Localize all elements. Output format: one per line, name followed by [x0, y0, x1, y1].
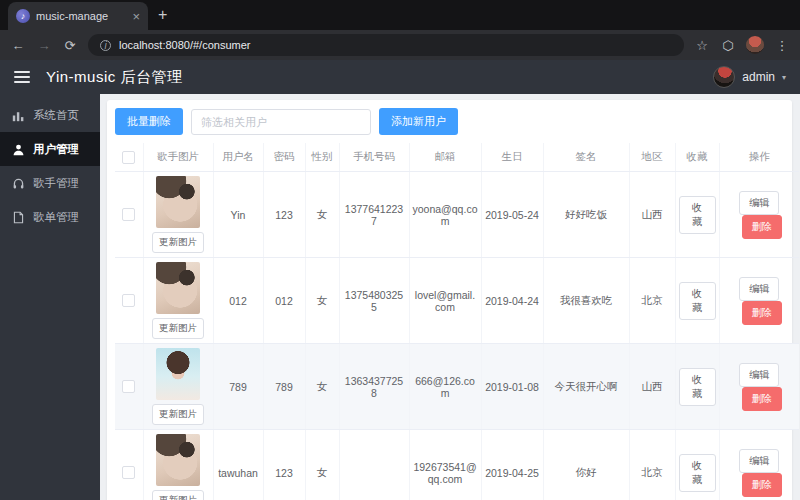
row-checkbox[interactable] — [122, 208, 135, 221]
col-header-email: 邮箱 — [409, 143, 481, 172]
admin-username: admin — [742, 70, 775, 84]
url-text: localhost:8080/#/consumer — [119, 39, 250, 51]
url-bar[interactable]: i localhost:8080/#/consumer — [88, 34, 684, 56]
cell-gender: 女 — [305, 344, 339, 430]
cell-gender: 女 — [305, 172, 339, 258]
cell-email: 192673541@qq.com — [409, 430, 481, 500]
sidebar-item-singers[interactable]: 歌手管理 — [0, 166, 100, 200]
cell-birthday: 2019-05-24 — [481, 172, 543, 258]
col-header-image: 歌手图片 — [143, 143, 213, 172]
cell-password: 012 — [263, 258, 305, 344]
cell-password: 789 — [263, 344, 305, 430]
update-image-button[interactable]: 更新图片 — [152, 404, 204, 425]
browser-profile-avatar[interactable] — [746, 36, 764, 54]
bookmark-star-icon[interactable]: ☆ — [694, 38, 710, 53]
favorite-button[interactable]: 收藏 — [679, 282, 716, 320]
browser-address-bar: ← → ⟳ i localhost:8080/#/consumer ☆ ⬡ ⋮ — [0, 30, 800, 60]
hamburger-menu-icon[interactable] — [14, 71, 30, 83]
users-table: 歌手图片 用户名 密码 性别 手机号码 邮箱 生日 签名 地区 收藏 操作 — [115, 143, 799, 500]
cell-gender: 女 — [305, 430, 339, 500]
update-image-button[interactable]: 更新图片 — [152, 490, 204, 500]
headset-icon — [12, 177, 25, 190]
edit-button[interactable]: 编辑 — [739, 191, 779, 215]
user-photo — [156, 348, 200, 400]
select-all-checkbox[interactable] — [122, 151, 135, 164]
bar-chart-icon — [12, 109, 25, 122]
cell-region: 北京 — [629, 258, 675, 344]
col-header-signature: 签名 — [543, 143, 629, 172]
app-title: Yin-music 后台管理 — [46, 68, 182, 87]
cell-birthday: 2019-01-08 — [481, 344, 543, 430]
delete-button[interactable]: 删除 — [742, 387, 782, 411]
cell-password: 123 — [263, 430, 305, 500]
table-row: 更新图片 tawuhan 123 女 192673541@qq.com 2019… — [115, 430, 799, 500]
favorite-button[interactable]: 收藏 — [679, 454, 716, 492]
forward-icon[interactable]: → — [36, 38, 52, 53]
cell-region: 北京 — [629, 430, 675, 500]
edit-button[interactable]: 编辑 — [739, 277, 779, 301]
row-checkbox[interactable] — [122, 294, 135, 307]
admin-avatar — [713, 66, 735, 88]
batch-delete-button[interactable]: 批量删除 — [115, 108, 183, 135]
app-header: Yin-music 后台管理 admin ▾ — [0, 60, 800, 94]
table-row: 更新图片 Yin 123 女 13776412237 yoona@qq.com … — [115, 172, 799, 258]
cell-username: tawuhan — [213, 430, 263, 500]
sidebar-item-home[interactable]: 系统首页 — [0, 98, 100, 132]
cell-email: yoona@qq.com — [409, 172, 481, 258]
update-image-button[interactable]: 更新图片 — [152, 232, 204, 253]
browser-tab-strip: ♪ music-manage × + — [0, 0, 800, 30]
cell-username: 012 — [213, 258, 263, 344]
edit-button[interactable]: 编辑 — [739, 449, 779, 473]
tab-close-icon[interactable]: × — [132, 10, 140, 23]
row-checkbox[interactable] — [122, 466, 135, 479]
col-header-region: 地区 — [629, 143, 675, 172]
tab-favicon-icon: ♪ — [16, 9, 30, 23]
cell-signature: 我很喜欢吃 — [543, 258, 629, 344]
favorite-button[interactable]: 收藏 — [679, 196, 716, 234]
document-icon — [12, 211, 25, 224]
user-photo — [156, 176, 200, 228]
chevron-down-icon: ▾ — [782, 73, 786, 82]
sidebar-item-label: 歌单管理 — [33, 210, 79, 225]
row-checkbox[interactable] — [122, 380, 135, 393]
search-input[interactable] — [191, 109, 371, 135]
sidebar-item-label: 歌手管理 — [33, 176, 79, 191]
add-user-button[interactable]: 添加新用户 — [379, 108, 458, 135]
col-header-operations: 操作 — [719, 143, 799, 172]
cell-region: 山西 — [629, 172, 675, 258]
user-menu[interactable]: admin ▾ — [713, 66, 786, 88]
sidebar: 系统首页 用户管理 歌手管理 歌单管理 — [0, 94, 100, 500]
back-icon[interactable]: ← — [10, 38, 26, 53]
cell-signature: 你好 — [543, 430, 629, 500]
col-header-phone: 手机号码 — [339, 143, 409, 172]
cell-signature: 今天很开心啊 — [543, 344, 629, 430]
delete-button[interactable]: 删除 — [742, 301, 782, 325]
browser-tab[interactable]: ♪ music-manage × — [8, 2, 148, 30]
browser-menu-icon[interactable]: ⋮ — [774, 38, 790, 53]
sidebar-item-users[interactable]: 用户管理 — [0, 132, 100, 166]
extensions-icon[interactable]: ⬡ — [720, 38, 736, 53]
cell-phone: 13776412237 — [339, 172, 409, 258]
cell-signature: 好好吃饭 — [543, 172, 629, 258]
col-header-gender: 性别 — [305, 143, 339, 172]
col-header-birthday: 生日 — [481, 143, 543, 172]
sidebar-item-playlists[interactable]: 歌单管理 — [0, 200, 100, 234]
toolbar: 批量删除 添加新用户 — [115, 108, 784, 135]
new-tab-button[interactable]: + — [158, 6, 167, 24]
site-info-icon[interactable]: i — [100, 40, 111, 51]
reload-icon[interactable]: ⟳ — [62, 38, 78, 53]
cell-password: 123 — [263, 172, 305, 258]
update-image-button[interactable]: 更新图片 — [152, 318, 204, 339]
favorite-button[interactable]: 收藏 — [679, 368, 716, 406]
delete-button[interactable]: 删除 — [742, 473, 782, 497]
cell-username: Yin — [213, 172, 263, 258]
table-header-row: 歌手图片 用户名 密码 性别 手机号码 邮箱 生日 签名 地区 收藏 操作 — [115, 143, 799, 172]
cell-gender: 女 — [305, 258, 339, 344]
cell-birthday: 2019-04-24 — [481, 258, 543, 344]
cell-region: 山西 — [629, 344, 675, 430]
sidebar-item-label: 用户管理 — [33, 142, 79, 157]
col-header-password: 密码 — [263, 143, 305, 172]
edit-button[interactable]: 编辑 — [739, 363, 779, 387]
cell-phone: 13634377258 — [339, 344, 409, 430]
delete-button[interactable]: 删除 — [742, 215, 782, 239]
